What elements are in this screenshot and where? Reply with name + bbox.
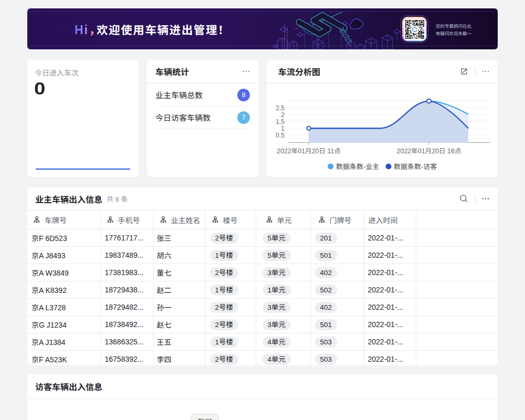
svg-text:2022年01月20日 16点: 2022年01月20日 16点 <box>397 148 461 155</box>
svg-text:数据条数-业主: 数据条数-业主 <box>336 163 379 171</box>
svg-text:2.5: 2.5 <box>276 104 285 112</box>
svg-text:1.5: 1.5 <box>276 118 285 125</box>
svg-text:2: 2 <box>281 111 285 119</box>
svg-text:数据条数-访客: 数据条数-访客 <box>394 163 437 171</box>
svg-text:2022年01月20日 11点: 2022年01月20日 11点 <box>277 148 341 155</box>
svg-text:0.5: 0.5 <box>276 132 285 139</box>
svg-text:1: 1 <box>281 125 285 132</box>
